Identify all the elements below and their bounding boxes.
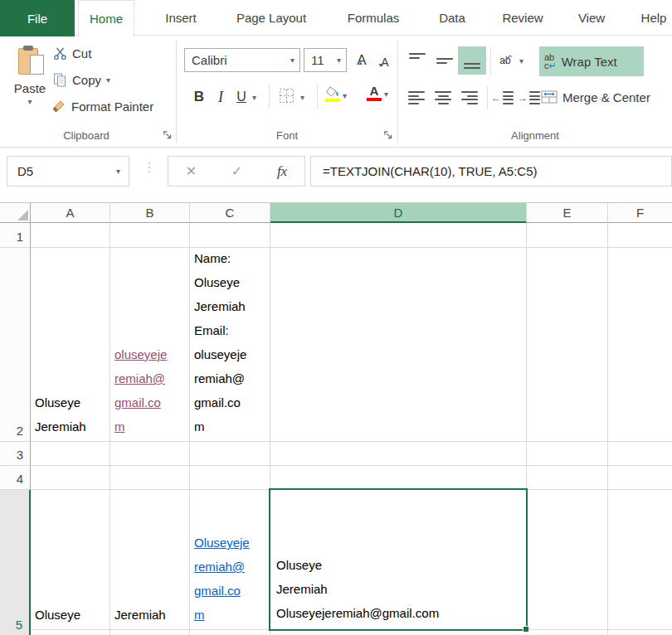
cell-B5[interactable]: Jeremiah — [110, 490, 189, 630]
format-painter-button[interactable]: Format Painter — [51, 96, 153, 116]
copy-icon — [53, 73, 67, 87]
merge-center-button[interactable]: Merge & Center — [541, 85, 672, 109]
decrease-indent-arrow-icon: ← — [491, 92, 501, 104]
column-header-d[interactable]: D — [270, 202, 527, 223]
bottom-align-button[interactable] — [458, 46, 486, 75]
fill-handle[interactable] — [523, 626, 529, 633]
wrap-text-button[interactable]: ab c↵ Wrap Text — [539, 46, 644, 76]
ribbon-home: Paste ▾ Cut Copy ▾ Form — [0, 36, 672, 148]
row-header-2[interactable]: 2 — [0, 248, 31, 442]
cut-button[interactable]: Cut — [53, 43, 91, 63]
column-header-c[interactable]: C — [190, 202, 270, 223]
select-all-triangle-icon — [17, 210, 28, 221]
tab-page-layout[interactable]: Page Layout — [226, 0, 317, 36]
insert-function-icon[interactable]: fx — [277, 163, 287, 180]
orientation-caret-icon[interactable]: ▾ — [519, 56, 523, 65]
decrease-indent-button[interactable]: ← — [491, 86, 514, 109]
paste-button[interactable]: Paste ▾ — [7, 41, 53, 126]
increase-indent-button[interactable]: → — [518, 86, 541, 109]
formula-bar-separator-dots: ⋮ — [143, 159, 156, 175]
clipboard-dialog-launcher-icon[interactable] — [163, 130, 173, 140]
tab-review[interactable]: Review — [494, 0, 552, 36]
enter-icon[interactable]: ✓ — [231, 163, 242, 179]
align-left-button[interactable] — [405, 86, 428, 109]
font-color-caret-icon[interactable]: ▾ — [384, 90, 388, 99]
font-color-letter: A — [370, 85, 379, 97]
format-painter-brush-icon — [51, 99, 66, 114]
column-header-f[interactable]: F — [608, 202, 672, 223]
column-header-a[interactable]: A — [31, 202, 110, 223]
tab-view[interactable]: View — [567, 0, 616, 36]
tab-help[interactable]: Help — [635, 0, 672, 36]
column-header-b[interactable]: B — [110, 202, 190, 223]
fill-color-button[interactable]: ▾ — [325, 86, 347, 102]
fill-color-caret-icon[interactable]: ▾ — [343, 91, 347, 100]
tab-file[interactable]: File — [0, 0, 75, 36]
tab-insert[interactable]: Insert — [152, 0, 210, 36]
tab-formulas[interactable]: Formulas — [336, 0, 411, 36]
font-color-swatch — [367, 98, 382, 101]
middle-align-button[interactable] — [432, 48, 457, 73]
font-group-label: Font — [177, 129, 397, 142]
wrap-text-label: Wrap Text — [562, 55, 617, 69]
row-header-5[interactable]: 5 — [0, 490, 31, 635]
cell-D5-active[interactable]: Oluseye Jeremiah Oluseyejeremiah@gmail.c… — [272, 492, 525, 628]
copy-label: Copy — [72, 73, 101, 87]
font-name-caret-icon[interactable]: ▾ — [290, 56, 295, 65]
cell-B2-hyperlink[interactable]: oluseyeje remiah@ gmail.co m — [110, 248, 189, 442]
borders-button[interactable] — [279, 88, 295, 104]
top-align-button[interactable] — [405, 48, 430, 73]
column-header-e[interactable]: E — [527, 202, 608, 223]
alignment-group-label: Alignment — [398, 129, 672, 142]
excel-window: File Home Insert Page Layout Formulas Da… — [0, 0, 672, 635]
decrease-font-size-button[interactable]: A ▼ — [375, 51, 395, 73]
increase-font-size-button[interactable]: A ▲ — [352, 50, 372, 71]
formula-text: =TEXTJOIN(CHAR(10), TRUE, A5:C5) — [323, 164, 538, 178]
name-box-value: D5 — [17, 164, 33, 178]
orientation-button[interactable]: ab — [494, 50, 516, 71]
tab-home[interactable]: Home — [78, 0, 134, 36]
row-header-3[interactable]: 3 — [0, 442, 31, 466]
bold-button[interactable]: B — [189, 85, 209, 109]
top-align-icon — [409, 53, 426, 68]
bottom-align-icon — [464, 52, 480, 69]
font-color-button[interactable]: A ▾ — [367, 85, 388, 101]
font-name-value: Calibri — [192, 53, 227, 67]
clipboard-group-label: Clipboard — [0, 129, 173, 142]
wrap-text-icon: ab c↵ — [544, 53, 557, 70]
select-all-corner[interactable] — [0, 202, 31, 223]
cell-A5[interactable]: Oluseye — [31, 490, 110, 630]
underline-caret-icon[interactable]: ▾ — [252, 93, 256, 102]
name-box[interactable]: D5 ▾ — [7, 156, 129, 187]
row-header-4[interactable]: 4 — [0, 466, 31, 490]
paste-dropdown-caret-icon[interactable]: ▾ — [27, 97, 32, 106]
copy-dropdown-caret-icon[interactable]: ▾ — [106, 75, 110, 85]
cell-C2[interactable]: Name: Oluseye Jeremiah Email: oluseyeje … — [190, 248, 270, 442]
align-center-button[interactable] — [431, 86, 455, 109]
name-box-caret-icon[interactable]: ▾ — [116, 167, 120, 176]
increase-indent-arrow-icon: → — [518, 92, 528, 104]
formula-input[interactable]: =TEXTJOIN(CHAR(10), TRUE, A5:C5) — [310, 156, 672, 187]
copy-button[interactable]: Copy ▾ — [53, 70, 110, 90]
merge-center-icon — [541, 90, 558, 104]
borders-caret-icon[interactable]: ▾ — [300, 93, 304, 102]
middle-align-icon — [436, 53, 453, 68]
tab-data[interactable]: Data — [427, 0, 477, 36]
increase-font-triangle-icon: ▲ — [358, 60, 363, 65]
font-dialog-launcher-icon[interactable] — [383, 130, 393, 140]
cell-A2[interactable]: Oluseye Jeremiah — [31, 248, 110, 442]
orientation-pen-icon — [501, 53, 513, 65]
font-name-combo[interactable]: Calibri ▾ — [184, 48, 300, 72]
row-header-1[interactable]: 1 — [0, 223, 31, 248]
align-right-button[interactable] — [458, 86, 481, 109]
gridline — [270, 223, 270, 635]
underline-button[interactable]: U — [232, 85, 251, 109]
cell-C5-hyperlink[interactable]: Oluseyeje remiah@ gmail.co m — [190, 490, 270, 630]
scissors-icon — [53, 46, 67, 61]
font-size-caret-icon[interactable]: ▾ — [337, 56, 341, 65]
align-center-icon — [435, 91, 451, 104]
cancel-icon[interactable]: ✕ — [186, 163, 197, 179]
fill-bucket-icon — [325, 86, 340, 98]
italic-button[interactable]: I — [212, 85, 229, 109]
font-size-combo[interactable]: 11 ▾ — [304, 48, 347, 72]
